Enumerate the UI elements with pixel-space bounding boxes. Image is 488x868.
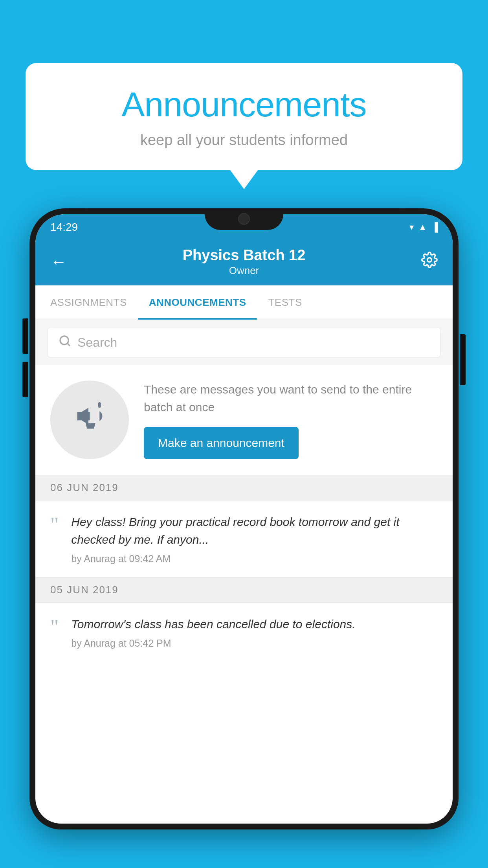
prompt-right: These are messages you want to send to t… [144, 381, 438, 459]
speech-bubble-section: Announcements keep all your students inf… [26, 63, 462, 170]
wifi-icon: ▾ [409, 222, 414, 232]
speech-bubble: Announcements keep all your students inf… [26, 63, 462, 170]
tab-announcements[interactable]: ANNOUNCEMENTS [138, 285, 257, 320]
bubble-title: Announcements [49, 85, 439, 125]
back-button[interactable]: ← [50, 252, 67, 271]
settings-button[interactable] [421, 252, 438, 272]
megaphone-icon [73, 399, 106, 441]
status-time: 14:29 [50, 221, 78, 234]
power-button [460, 334, 466, 385]
phone-camera [238, 213, 250, 225]
date-separator-2: 05 JUN 2019 [35, 577, 453, 603]
announcement-meta-1: by Anurag at 09:42 AM [71, 553, 438, 565]
svg-line-2 [67, 343, 70, 346]
search-icon [59, 335, 71, 350]
volume-button-down [22, 362, 28, 397]
phone-mockup: 14:29 ▾ ▲ ▐ ← Physics Batch 12 Owner [29, 208, 459, 868]
announcement-content-2: Tomorrow's class has been cancelled due … [71, 615, 438, 649]
announcement-text-2: Tomorrow's class has been cancelled due … [71, 615, 438, 633]
date-separator-1: 06 JUN 2019 [35, 475, 453, 500]
header-title: Physics Batch 12 [67, 247, 421, 264]
search-container: Search [35, 320, 453, 365]
header-subtitle: Owner [67, 265, 421, 277]
header-center: Physics Batch 12 Owner [67, 247, 421, 277]
tab-tests[interactable]: TESTS [257, 285, 313, 320]
signal-icon: ▲ [418, 222, 427, 232]
tabs-bar: ASSIGNMENTS ANNOUNCEMENTS TESTS [35, 285, 453, 320]
announcement-prompt: These are messages you want to send to t… [35, 365, 453, 475]
phone-outer: 14:29 ▾ ▲ ▐ ← Physics Batch 12 Owner [29, 208, 459, 829]
app-header: ← Physics Batch 12 Owner [35, 240, 453, 285]
megaphone-circle [50, 381, 129, 459]
search-bar[interactable]: Search [47, 327, 441, 358]
make-announcement-button[interactable]: Make an announcement [144, 427, 299, 459]
phone-screen: 14:29 ▾ ▲ ▐ ← Physics Batch 12 Owner [35, 214, 453, 824]
status-icons: ▾ ▲ ▐ [409, 222, 438, 232]
quote-icon-2: " [50, 617, 59, 637]
search-placeholder-text: Search [77, 335, 117, 350]
volume-button-up [22, 318, 28, 354]
announcement-meta-2: by Anurag at 05:42 PM [71, 638, 438, 649]
battery-icon: ▐ [431, 222, 438, 232]
tab-assignments[interactable]: ASSIGNMENTS [39, 285, 138, 320]
announcement-text-1: Hey class! Bring your practical record b… [71, 513, 438, 548]
announcement-item-2[interactable]: " Tomorrow's class has been cancelled du… [35, 603, 453, 673]
quote-icon-1: " [50, 515, 59, 535]
prompt-description: These are messages you want to send to t… [144, 381, 438, 416]
announcement-item-1[interactable]: " Hey class! Bring your practical record… [35, 500, 453, 577]
announcement-content-1: Hey class! Bring your practical record b… [71, 513, 438, 565]
bubble-subtitle: keep all your students informed [49, 132, 439, 149]
phone-notch [205, 208, 283, 230]
svg-point-0 [427, 258, 432, 262]
